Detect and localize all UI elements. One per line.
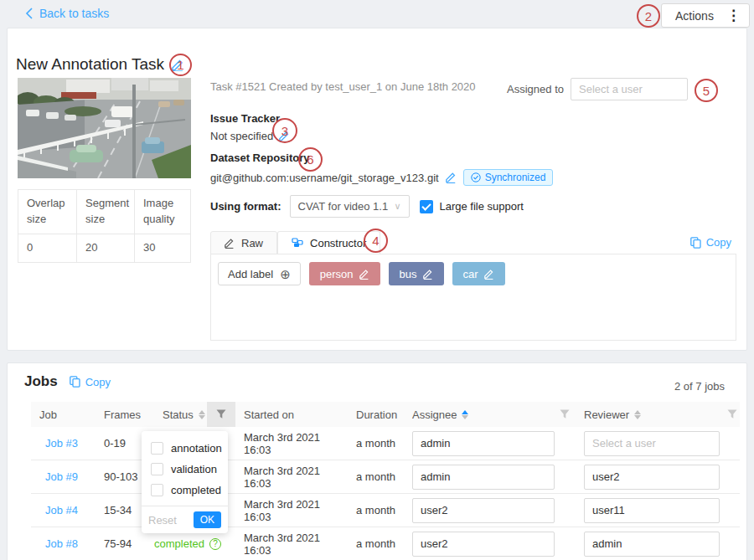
annotation-circle-3: 3 <box>272 118 297 143</box>
annotation-circle-5: 5 <box>695 79 718 102</box>
annotation-circle-1: 1 <box>169 54 192 76</box>
task-card: New Annotation Task <box>7 28 747 351</box>
job-link[interactable]: Job #4 <box>31 494 96 527</box>
labels-copy-button[interactable]: Copy <box>690 236 731 249</box>
duration-cell: a month <box>348 527 404 560</box>
format-row: Using format: CVAT for video 1.1 ∨ Large… <box>210 195 524 218</box>
started-cell: March 3rd 2021 16:03 <box>235 460 348 493</box>
reviewer-input[interactable] <box>584 532 720 557</box>
tab-constructor-label: Constructor <box>310 237 366 249</box>
checkbox-unchecked-icon[interactable] <box>151 463 163 475</box>
job-link[interactable]: Job #8 <box>31 527 96 560</box>
reviewer-sort-control[interactable] <box>634 410 641 419</box>
pencil-icon <box>225 238 235 249</box>
table-row: Job #3 0-19 March 3rd 2021 16:03 a month <box>31 427 740 460</box>
filter-option-label: validation <box>171 463 217 475</box>
filter-option-validation[interactable]: validation <box>142 459 228 480</box>
assigned-to-input[interactable] <box>571 78 688 100</box>
large-file-support-checkbox[interactable]: Large file support <box>420 200 524 213</box>
started-cell: March 3rd 2021 16:03 <box>235 527 348 560</box>
assigned-to-row: Assigned to <box>507 78 688 100</box>
jobs-copy-button[interactable]: Copy <box>70 376 111 388</box>
repository-url: git@github.com:username/git_storage_v123… <box>210 172 439 184</box>
started-cell: March 3rd 2021 16:03 <box>235 427 348 460</box>
copy-icon <box>70 376 80 388</box>
assignee-input[interactable] <box>412 498 555 523</box>
duration-cell: a month <box>348 460 404 493</box>
job-link[interactable]: Job #9 <box>31 460 96 493</box>
copy-icon <box>690 237 701 249</box>
status-sort-control[interactable] <box>199 410 205 419</box>
assignee-sort-control[interactable] <box>462 410 468 419</box>
jobs-heading: Jobs <box>24 373 58 390</box>
edit-repository-icon[interactable] <box>446 172 457 183</box>
param-value-segment: 20 <box>76 234 134 262</box>
sync-badge-label: Synchronized <box>485 172 546 183</box>
edit-label-icon[interactable] <box>359 269 369 280</box>
back-chevron-icon <box>25 8 33 19</box>
label-chip-car[interactable]: car <box>452 262 505 285</box>
reviewer-input[interactable] <box>584 465 720 490</box>
assigned-to-label: Assigned to <box>507 83 564 95</box>
col-duration: Duration <box>348 402 404 427</box>
duration-cell: a month <box>348 494 404 527</box>
actions-button[interactable]: Actions ⋮ <box>661 3 750 28</box>
jobs-card: Jobs Copy 2 of 7 jobs Job Frames Status … <box>7 362 747 560</box>
block-icon <box>292 238 303 248</box>
checkbox-unchecked-icon[interactable] <box>151 484 163 496</box>
filter-ok-button[interactable]: OK <box>194 511 221 528</box>
jobs-count: 2 of 7 jobs <box>674 380 725 393</box>
job-link[interactable]: Job #3 <box>31 427 96 460</box>
edit-label-icon[interactable] <box>484 269 494 280</box>
label-chip-bus[interactable]: bus <box>389 262 444 285</box>
back-to-tasks-link[interactable]: Back to tasks <box>25 7 109 20</box>
checkbox-unchecked-icon[interactable] <box>151 442 163 455</box>
issue-tracker-value: Not specified <box>210 130 273 142</box>
assignee-input[interactable] <box>412 465 555 490</box>
col-job: Job <box>31 402 96 427</box>
status-filter-icon[interactable] <box>207 402 235 427</box>
copy-label: Copy <box>706 236 731 249</box>
assignee-input[interactable] <box>412 431 555 456</box>
edit-label-icon[interactable] <box>423 269 433 280</box>
col-started: Started on <box>235 402 348 427</box>
filter-option-annotation[interactable]: annotation <box>142 438 228 459</box>
task-title: New Annotation Task <box>16 55 164 74</box>
plus-circle-icon: ⊕ <box>280 268 291 280</box>
traffic-photo <box>18 78 191 178</box>
params-header-row: Overlap size Segment size Image quality <box>18 190 190 234</box>
filter-option-label: completed <box>171 484 221 496</box>
format-select[interactable]: CVAT for video 1.1 ∨ <box>290 195 410 218</box>
reviewer-input[interactable] <box>584 498 720 523</box>
reviewer-filter-icon[interactable] <box>725 402 740 427</box>
jobs-table-header: Job Frames Status Started on Duration As… <box>31 402 740 427</box>
question-circle-icon: ? <box>209 538 221 550</box>
assignee-filter-icon[interactable] <box>554 402 576 427</box>
filter-option-completed[interactable]: completed <box>142 480 228 501</box>
annotation-circle-6: 6 <box>298 147 323 172</box>
tab-raw[interactable]: Raw <box>210 231 277 254</box>
copy-label: Copy <box>85 376 111 388</box>
col-status: Status <box>154 402 207 427</box>
format-selected-value: CVAT for video 1.1 <box>298 200 389 213</box>
annotation-circle-2: 2 <box>637 4 660 28</box>
task-title-row: New Annotation Task <box>16 55 184 74</box>
add-label-button[interactable]: Add label ⊕ <box>218 262 301 285</box>
label-chip-person[interactable]: person <box>309 262 380 285</box>
jobs-table: Job Frames Status Started on Duration As… <box>31 402 740 560</box>
filter-reset-button[interactable]: Reset <box>148 514 177 527</box>
label-chip-name: person <box>320 268 354 280</box>
checkbox-checked-icon <box>420 200 433 213</box>
using-format-label: Using format: <box>210 200 281 213</box>
col-frames: Frames <box>96 402 154 427</box>
table-row: Job #8 75-94 completed ? March 3rd 2021 … <box>31 527 740 560</box>
task-params-table: Overlap size Segment size Image quality … <box>18 189 191 263</box>
table-row: Job #4 15-34 March 3rd 2021 16:03 a mont… <box>31 494 740 527</box>
param-header-segment: Segment size <box>76 190 134 234</box>
params-value-row: 0 20 30 <box>18 234 190 262</box>
col-assignee: Assignee <box>404 402 554 427</box>
label-chip-name: car <box>463 268 478 280</box>
reviewer-input[interactable] <box>584 431 720 456</box>
kebab-menu-icon: ⋮ <box>726 8 741 23</box>
assignee-input[interactable] <box>412 532 555 557</box>
